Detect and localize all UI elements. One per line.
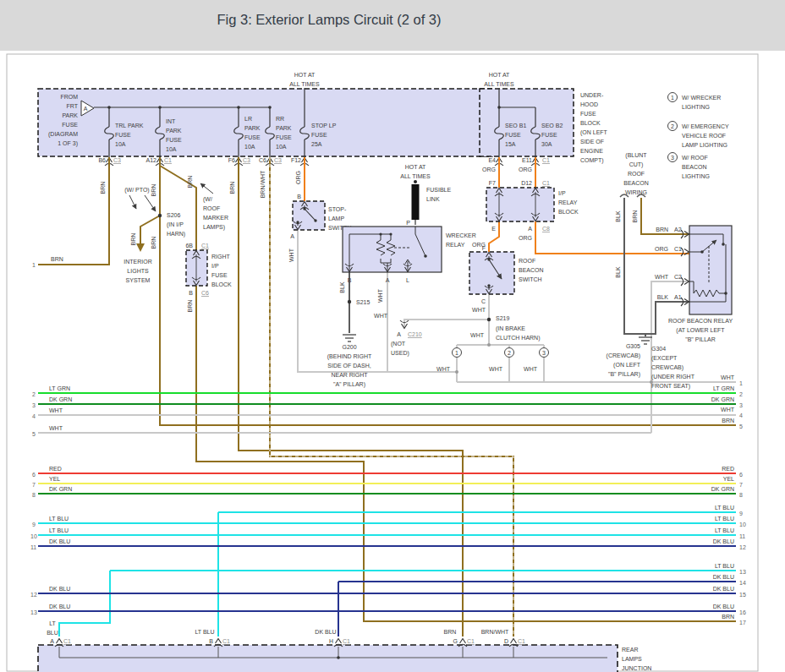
- wire-label-wht-d1: WHT: [436, 366, 451, 372]
- rowR3-n: 3: [739, 402, 743, 408]
- pin-g-rear: G: [453, 638, 458, 644]
- pin-a-relay: A: [386, 277, 390, 283]
- legend-2-num: 2: [671, 123, 674, 129]
- rot-brn-2: BRN: [151, 184, 156, 197]
- pin-a12: A12: [146, 157, 157, 163]
- s206-dot: [158, 214, 162, 217]
- pin-h-rear: H: [329, 638, 333, 644]
- pin-f7: F7: [489, 180, 496, 186]
- wire-label-wht-c: WHT: [472, 307, 486, 313]
- pin-b-ipfb: B: [189, 290, 193, 296]
- rowR10-n: 10: [739, 522, 746, 527]
- pin-p: P: [406, 220, 410, 226]
- rowR2-n: 2: [739, 391, 743, 397]
- rowR12-n: 12: [739, 544, 746, 550]
- bottom-wire-dk-blu-h: DK BLU: [315, 629, 336, 635]
- rowL12-c: DK BLU: [49, 586, 70, 592]
- rot-brn-1: BRN: [100, 182, 106, 194]
- rowR16-n: 16: [739, 609, 746, 615]
- rowL10-n: 10: [30, 533, 37, 539]
- rot-brn-3: BRN: [151, 237, 156, 249]
- rowR13-c: LT BLU: [715, 563, 734, 569]
- rot-blk-3: BLK: [615, 266, 621, 278]
- fusible-link-symbol: [412, 184, 420, 220]
- rot-blk-2: BLK: [615, 210, 621, 222]
- s215-label: S215: [356, 299, 370, 305]
- conn-c8: C8: [542, 226, 550, 232]
- pin-a1: A1: [674, 294, 682, 300]
- rowL10-c: LT BLU: [49, 527, 69, 533]
- conn-c3-1: C3: [113, 157, 121, 163]
- conn-c1-d: C1: [518, 638, 525, 644]
- rowR17-n: 17: [739, 620, 746, 626]
- rot-wht-2: WHT: [377, 288, 383, 303]
- conn-c1-2: C1: [542, 157, 550, 163]
- rowL8-n: 8: [32, 492, 36, 498]
- rowR14-n: 14: [739, 580, 746, 586]
- rowL11-c: DK BLU: [49, 538, 70, 544]
- pin-a-stoplamp: A: [290, 233, 294, 239]
- pin-b6: B6: [98, 157, 106, 163]
- option-1-marker: 1: [455, 350, 458, 356]
- rowL13-n: 13: [30, 609, 37, 615]
- pin-c6: C6: [259, 157, 266, 163]
- pin-l-relay: L: [406, 277, 409, 283]
- rowR4-n: 4: [739, 412, 743, 418]
- rowR7-c: YEL: [723, 476, 734, 482]
- bottom-wire-brn-g: BRN: [444, 629, 457, 635]
- rowR12-c: DK BLU: [713, 538, 734, 544]
- wire-label-brn-a2: BRN: [656, 227, 668, 232]
- pin-b-stoplamp: B: [297, 194, 301, 199]
- wire-label-wht-c210: WHT: [374, 313, 388, 319]
- pin-a-rear: A: [50, 638, 54, 644]
- conn-c1-h: C1: [343, 638, 350, 644]
- rowL7-c: YEL: [49, 476, 60, 482]
- rot-brn-5: BRN: [187, 176, 193, 188]
- conn-c3-3: C3: [274, 157, 282, 163]
- rowR11-n: 11: [739, 533, 745, 539]
- s215-dot: [348, 300, 351, 303]
- rowL5-n: 5: [32, 431, 36, 437]
- rowR5-c: BRN: [722, 418, 734, 423]
- rowR1-n: 1: [739, 380, 743, 386]
- rowL6-n: 6: [32, 472, 36, 478]
- wire-label-wht-d3: WHT: [524, 366, 538, 372]
- rowL7-n: 7: [32, 482, 36, 488]
- option-3-marker: 3: [542, 350, 546, 356]
- rowR13-n: 13: [739, 569, 746, 575]
- wire-label-org-e4: ORG: [482, 167, 496, 172]
- wiring-diagram-page: Fig 3: Exterior Lamps Circuit (2 of 3) F…: [0, 0, 785, 672]
- rot-brn-8: BRN: [632, 210, 638, 223]
- wire-label-wht-c2: WHT: [655, 274, 669, 280]
- rowL1-n: 1: [32, 262, 36, 268]
- rowR6-c: RED: [722, 466, 734, 472]
- rowL13-c: DK BLU: [49, 604, 70, 609]
- rowL4-n: 4: [32, 413, 36, 419]
- rowL9-n: 9: [32, 522, 36, 527]
- s219-label: S219: [496, 315, 509, 321]
- rowL3-n: 3: [32, 402, 36, 408]
- conn-c1-1: C1: [164, 157, 172, 163]
- rot-brn-7: BRN: [229, 182, 235, 194]
- conn-c1-4: C1: [542, 180, 550, 186]
- pin-e4: E4: [488, 157, 496, 163]
- pin-c1-relay: C1: [674, 246, 682, 252]
- rowR8-c: DK GRN: [711, 486, 734, 492]
- interior-lights-label: INTERIORLIGHTSSYSTEM: [124, 259, 151, 283]
- rot-wht-1: WHT: [288, 248, 294, 262]
- rowR10-c: LT BLU: [715, 516, 734, 522]
- conn-c6-1: C6: [201, 290, 209, 296]
- rowR5-n: 5: [739, 423, 743, 429]
- rowL2-c: LT GRN: [49, 385, 70, 391]
- rowR3-c: DK GRN: [711, 396, 734, 402]
- conn-c1-3: C1: [201, 243, 209, 249]
- rowR17-c: BRN: [722, 614, 734, 620]
- wire-label-wht-s219: WHT: [470, 332, 485, 338]
- bottom-wire-lt-blu-b: LT BLU: [195, 629, 214, 635]
- wire-label-org-a: ORG: [519, 235, 532, 241]
- pin-a-iprelay: A: [528, 226, 532, 232]
- pin-f-switch: F: [482, 245, 486, 251]
- legend-3-text: W/ ROOFBEACONLIGHTING: [682, 155, 710, 179]
- pin-e: E: [491, 226, 496, 232]
- rowL4-c: WHT: [49, 407, 63, 413]
